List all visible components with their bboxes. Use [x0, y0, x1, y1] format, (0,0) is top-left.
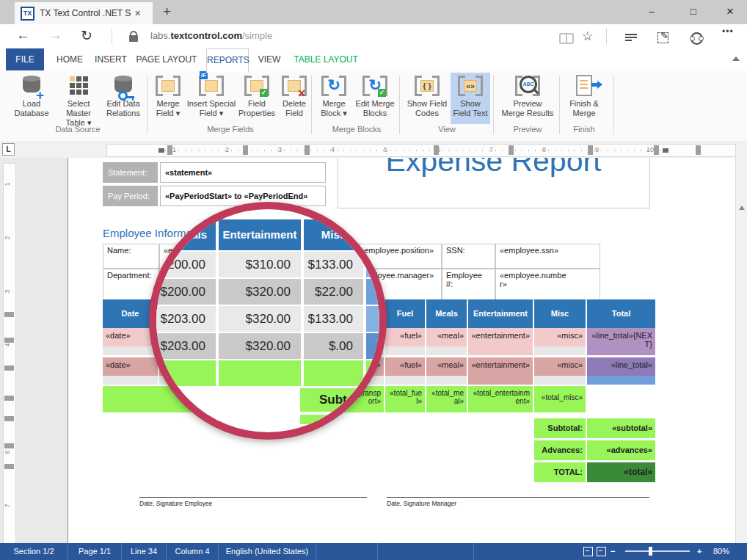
zoom-out-button[interactable]: − [611, 543, 615, 559]
row-marker[interactable] [4, 366, 14, 371]
tab-file[interactable]: FILE [6, 48, 44, 70]
edit-merge-blocks-button[interactable]: ↻✓ Edit Merge Blocks [352, 73, 398, 123]
summary-advances-value[interactable]: «advances» [587, 440, 655, 460]
tab-reports[interactable]: REPORTS [206, 48, 249, 73]
refresh-icon[interactable]: ↻ [81, 27, 92, 44]
column-marker[interactable] [434, 145, 439, 155]
merge-field-button[interactable]: Merge Field ▾ [150, 73, 186, 123]
web-note-icon[interactable] [657, 32, 668, 43]
fit-width-icon[interactable] [597, 547, 606, 556]
show-field-codes-button[interactable]: { } Show Field Codes [404, 73, 451, 123]
ssn-label[interactable]: SSN: [442, 244, 495, 269]
reading-view-icon[interactable] [559, 33, 574, 44]
edit-data-relations-button[interactable]: Edit Data Relations [101, 73, 145, 123]
header-meals[interactable]: Meals [426, 299, 467, 328]
row-marker[interactable] [4, 464, 14, 469]
vertical-scrollbar[interactable] [735, 158, 747, 543]
row-marker[interactable] [4, 338, 14, 343]
total-meal-field[interactable]: «total_meal» [426, 386, 467, 412]
back-icon[interactable]: ← [16, 27, 30, 43]
entertainment-field[interactable]: «entertainment» [468, 357, 533, 385]
pay-period-label[interactable]: Pay Period: [103, 186, 158, 206]
meal-field[interactable]: «meal» [426, 328, 467, 346]
zoom-level[interactable]: 80% [713, 543, 729, 559]
address-bar[interactable]: labs.textcontrol.com/simple [150, 30, 272, 41]
tab-close-icon[interactable]: ✕ [134, 9, 141, 18]
load-database-button[interactable]: + Load Database [9, 73, 54, 123]
select-master-table-button[interactable]: Select Master Table ▾ [56, 73, 101, 123]
misc-field[interactable]: «misc» [534, 357, 586, 376]
delete-field-button[interactable]: ✕ Delete Field [277, 73, 311, 123]
insert-special-field-button[interactable]: IF Insert Special Field ▾ [186, 73, 236, 123]
status-column[interactable]: Column 4 [167, 543, 219, 560]
statement-label[interactable]: Statement: [103, 162, 158, 183]
ssn-field[interactable]: «employee.ssn» [495, 244, 600, 269]
fuel-field[interactable]: «fuel» [385, 328, 425, 346]
share-icon[interactable] [690, 32, 703, 45]
column-marker[interactable] [167, 145, 172, 155]
status-section[interactable]: Section 1/2 [0, 543, 68, 560]
header-fuel[interactable]: Fuel [385, 299, 425, 328]
pay-period-field[interactable]: «PayPeriodStart» to «PayPeriodEnd» [160, 186, 326, 206]
status-language[interactable]: English (United States) [219, 543, 316, 560]
tab-view[interactable]: VIEW [254, 48, 285, 70]
hub-icon[interactable] [625, 34, 637, 35]
zoom-in-button[interactable]: + [697, 543, 702, 559]
column-marker[interactable] [654, 145, 659, 155]
more-icon[interactable]: ••• [722, 26, 734, 37]
preview-merge-results-button[interactable]: ABC Preview Merge Results [496, 73, 559, 123]
right-indent-marker[interactable] [663, 148, 668, 153]
horizontal-ruler[interactable]: 1 2 3 4 5 6 7 8 9 10 [106, 144, 736, 157]
row-marker[interactable] [4, 416, 14, 421]
employee-number-label[interactable]: Employee #: [442, 269, 495, 301]
employee-number-field[interactable]: «employee.number» [495, 269, 600, 301]
tab-page-layout[interactable]: PAGE LAYOUT [135, 48, 198, 70]
column-marker[interactable] [696, 145, 701, 155]
merge-block-button[interactable]: ↻ Merge Block ▾ [316, 73, 352, 123]
header-total[interactable]: Total [587, 299, 655, 328]
row-marker[interactable] [4, 396, 14, 401]
summary-subtotal-value[interactable]: «subtotal» [587, 418, 655, 438]
fit-page-icon[interactable] [583, 547, 593, 556]
minimize-button[interactable]: – [641, 6, 663, 17]
column-marker[interactable] [509, 145, 514, 155]
finish-merge-button[interactable]: Finish & Merge [562, 73, 606, 123]
favorites-star-icon[interactable]: ☆ [582, 29, 593, 44]
close-button[interactable]: ✕ [719, 6, 741, 17]
date-field[interactable]: «date» [103, 357, 158, 376]
meal-field[interactable]: «meal» [426, 357, 467, 376]
tab-insert[interactable]: INSERT [92, 48, 129, 70]
name-label[interactable]: Name: [103, 244, 159, 269]
maximize-button[interactable]: □ [682, 6, 704, 17]
summary-total-label[interactable]: TOTAL: [534, 462, 586, 482]
row-marker[interactable] [4, 312, 14, 317]
collapse-ribbon-icon[interactable] [732, 57, 740, 61]
scroll-up-icon[interactable] [739, 206, 745, 210]
zoom-slider-thumb[interactable] [649, 547, 652, 556]
column-marker[interactable] [243, 145, 248, 155]
tab-stop-selector[interactable]: L [2, 143, 15, 156]
fuel-field[interactable]: «fuel» [385, 357, 425, 376]
header-misc[interactable]: Misc [534, 299, 586, 328]
tab-home[interactable]: HOME [53, 48, 87, 70]
line-total-field[interactable]: «line_total» [587, 357, 655, 376]
statement-field[interactable]: «statement» [160, 162, 326, 183]
total-fuel-field[interactable]: «total_fuel» [385, 386, 425, 412]
total-misc-field[interactable]: «total_misc» [534, 386, 586, 412]
vertical-ruler[interactable]: 1 2 3 4 5 6 7 [3, 163, 16, 543]
browser-tab[interactable]: TX TX Text Control .NET Se ✕ [15, 2, 153, 24]
column-marker[interactable] [588, 145, 593, 155]
row-marker[interactable] [4, 443, 14, 448]
misc-field[interactable]: «misc» [534, 328, 586, 346]
line-total-field[interactable]: «line_total»{NEXT} [587, 328, 655, 355]
status-page[interactable]: Page 1/1 [68, 543, 122, 560]
field-properties-button[interactable]: ✓ Field Properties [236, 73, 277, 123]
left-indent-marker[interactable] [158, 148, 164, 153]
column-marker[interactable] [305, 145, 310, 155]
total-entertainment-field[interactable]: «total_entertainment» [468, 386, 533, 412]
summary-advances-label[interactable]: Advances: [534, 440, 586, 460]
tab-table-layout[interactable]: TABLE LAYOUT [291, 48, 361, 70]
show-field-text-button[interactable]: «» Show Field Text [451, 73, 490, 123]
entertainment-field[interactable]: «entertainment» [468, 328, 533, 355]
new-tab-button[interactable]: + [163, 4, 171, 20]
